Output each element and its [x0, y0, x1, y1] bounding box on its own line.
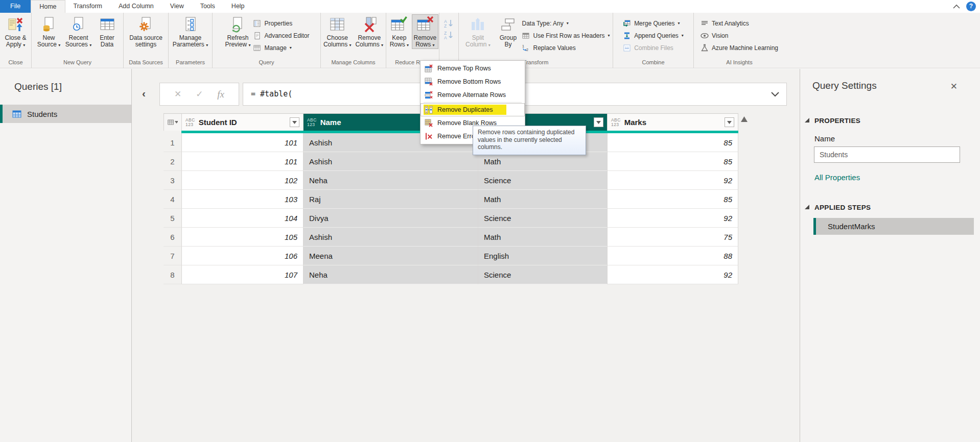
- row-number[interactable]: 2: [164, 152, 181, 171]
- cell-subject[interactable]: Science: [478, 265, 607, 284]
- row-number[interactable]: 1: [164, 133, 181, 152]
- sort-ascending-icon[interactable]: A Z: [444, 19, 454, 28]
- keep-rows-button[interactable]: Keep Rows ▾: [387, 15, 411, 48]
- cell-marks[interactable]: 92: [607, 171, 738, 190]
- cell-student-id[interactable]: 103: [181, 190, 303, 209]
- svg-text:2: 2: [526, 48, 528, 52]
- cell-student-id[interactable]: 105: [181, 228, 303, 247]
- refresh-preview-button[interactable]: Refresh Preview ▾: [223, 15, 252, 48]
- column-header-marks[interactable]: ABC123 Marks: [607, 114, 738, 131]
- cell-marks[interactable]: 92: [607, 265, 738, 284]
- cell-marks[interactable]: 85: [607, 152, 738, 171]
- use-first-row-button[interactable]: Use First Row as Headers ▾: [522, 31, 610, 40]
- collapse-triangle-icon[interactable]: [805, 205, 809, 209]
- tab-home[interactable]: Home: [31, 0, 65, 13]
- applied-step-studentmarks[interactable]: StudentMarks: [813, 218, 974, 235]
- recent-sources-button[interactable]: Recent Sources ▾: [63, 15, 95, 48]
- cell-marks[interactable]: 85: [607, 133, 738, 152]
- advanced-editor-button[interactable]: Advanced Editor: [253, 31, 309, 40]
- cell-student-id[interactable]: 101: [181, 152, 303, 171]
- row-number[interactable]: 7: [164, 247, 181, 265]
- azure-ml-button[interactable]: Azure Machine Learning: [701, 43, 778, 53]
- cell-subject[interactable]: Math: [478, 228, 607, 247]
- remove-rows-button[interactable]: Remove Rows ▾: [412, 15, 438, 48]
- data-source-settings-button[interactable]: Data source settings: [127, 15, 165, 48]
- cell-subject[interactable]: English: [478, 247, 607, 265]
- row-number[interactable]: 5: [164, 209, 181, 228]
- collapse-queries-pane-icon[interactable]: ‹: [142, 87, 146, 100]
- row-number[interactable]: 4: [164, 190, 181, 209]
- cell-name[interactable]: Neha: [303, 265, 478, 284]
- tab-file[interactable]: File: [0, 0, 31, 13]
- close-icon[interactable]: ✕: [950, 81, 958, 92]
- filter-dropdown-button[interactable]: [290, 117, 299, 127]
- tab-tools[interactable]: Tools: [192, 0, 223, 13]
- formula-expand-icon[interactable]: [771, 91, 779, 97]
- cell-name[interactable]: Raj: [303, 190, 478, 209]
- tab-help[interactable]: Help: [223, 0, 253, 13]
- cell-marks[interactable]: 92: [607, 209, 738, 228]
- group-by-button[interactable]: Group By: [495, 15, 521, 48]
- menu-item-remove-bottom-rows[interactable]: Remove Bottom Rows: [421, 75, 525, 88]
- tab-add-column[interactable]: Add Column: [110, 0, 162, 13]
- cell-subject[interactable]: Science: [478, 171, 607, 190]
- cell-subject[interactable]: Science: [478, 209, 607, 228]
- remove-bottom-rows-icon: [425, 78, 433, 86]
- row-number[interactable]: 8: [164, 265, 181, 284]
- data-type-button[interactable]: Data Type: Any ▾: [522, 18, 610, 28]
- cell-name[interactable]: Ashish: [303, 152, 478, 171]
- cell-student-id[interactable]: 106: [181, 247, 303, 265]
- cell-marks[interactable]: 75: [607, 228, 738, 247]
- grid-corner-cell[interactable]: [164, 114, 181, 131]
- column-header-student-id[interactable]: ABC123 Student ID: [181, 114, 303, 131]
- enter-data-button[interactable]: Enter Data: [96, 15, 119, 48]
- menu-item-remove-alternate-rows[interactable]: Remove Alternate Rows: [421, 88, 525, 102]
- new-source-button[interactable]: New Source ▾: [36, 15, 62, 48]
- menu-item-remove-duplicates[interactable]: Remove Duplicates: [421, 103, 525, 116]
- tab-view[interactable]: View: [162, 0, 192, 13]
- cell-name[interactable]: Meena: [303, 247, 478, 265]
- menu-separator: [424, 102, 522, 103]
- formula-cancel-icon[interactable]: ✕: [174, 89, 181, 100]
- query-name-input[interactable]: [814, 146, 960, 163]
- filter-dropdown-button[interactable]: [725, 117, 734, 127]
- remove-columns-button[interactable]: Remove Columns ▾: [354, 15, 385, 48]
- collapse-ribbon-icon[interactable]: [953, 4, 960, 9]
- merge-queries-button[interactable]: Merge Queries ▾: [623, 18, 684, 28]
- fx-icon[interactable]: fx: [217, 89, 224, 100]
- cell-subject[interactable]: Math: [478, 190, 607, 209]
- cell-name[interactable]: Ashish: [303, 228, 478, 247]
- cell-student-id[interactable]: 102: [181, 171, 303, 190]
- choose-columns-button[interactable]: Choose Columns ▾: [322, 15, 353, 48]
- close-apply-button[interactable]: Close & Apply ▾: [2, 15, 30, 48]
- replace-values-button[interactable]: 1 2 Replace Values: [522, 43, 610, 53]
- vision-button[interactable]: Vision: [701, 31, 778, 40]
- cell-marks[interactable]: 88: [607, 247, 738, 265]
- cell-name[interactable]: Divya: [303, 209, 478, 228]
- all-properties-link[interactable]: All Properties: [814, 173, 860, 182]
- scroll-up-arrow-icon[interactable]: [741, 116, 748, 122]
- collapse-triangle-icon[interactable]: [805, 118, 809, 122]
- formula-accept-icon[interactable]: ✓: [196, 89, 203, 100]
- split-column-button[interactable]: Split Column ▾: [461, 15, 494, 48]
- query-item-students[interactable]: Students: [0, 105, 131, 123]
- row-number[interactable]: 3: [164, 171, 181, 190]
- cell-student-id[interactable]: 101: [181, 133, 303, 152]
- cell-student-id[interactable]: 104: [181, 209, 303, 228]
- tab-transform[interactable]: Transform: [65, 0, 111, 13]
- manage-parameters-button[interactable]: Manage Parameters ▾: [172, 15, 209, 48]
- cell-student-id[interactable]: 107: [181, 265, 303, 284]
- menu-item-remove-top-rows[interactable]: Remove Top Rows: [421, 62, 525, 75]
- help-button[interactable]: ?: [966, 2, 976, 11]
- sort-descending-icon[interactable]: Z A: [444, 31, 454, 40]
- combine-files-button[interactable]: Combine Files: [623, 43, 684, 53]
- cell-marks[interactable]: 85: [607, 190, 738, 209]
- text-analytics-button[interactable]: Text Analytics: [701, 18, 778, 28]
- properties-button[interactable]: Properties: [253, 18, 309, 28]
- properties-label: Properties: [264, 20, 292, 27]
- filter-dropdown-button[interactable]: [594, 117, 603, 127]
- row-number[interactable]: 6: [164, 228, 181, 247]
- append-queries-button[interactable]: Append Queries ▾: [623, 31, 684, 40]
- manage-button[interactable]: Manage ▾: [253, 43, 309, 53]
- cell-name[interactable]: Neha: [303, 171, 478, 190]
